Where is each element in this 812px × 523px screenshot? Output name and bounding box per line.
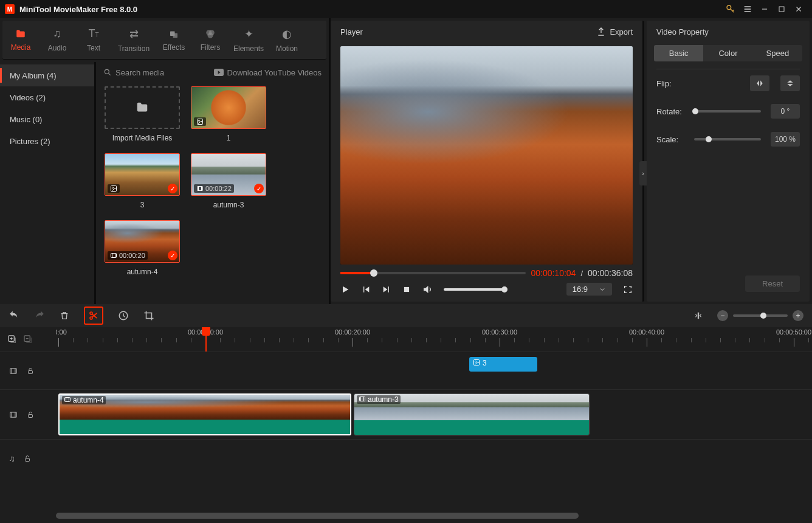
- scale-slider[interactable]: [694, 138, 761, 140]
- toolbar-audio[interactable]: ♫ Audio: [39, 21, 75, 59]
- media-item[interactable]: 00:00:22 ✓ autumn-3: [191, 153, 266, 209]
- delete-button[interactable]: [60, 310, 69, 321]
- svg-point-7: [105, 69, 109, 74]
- timeline-clip-image[interactable]: 3: [469, 357, 537, 372]
- speed-button[interactable]: [118, 310, 129, 321]
- export-label: Export: [610, 27, 633, 36]
- media-sidebar: My Album (4) Videos (2) Music (0) Pictur…: [0, 62, 96, 304]
- check-icon: ✓: [168, 184, 177, 193]
- scale-value[interactable]: 100 %: [771, 132, 800, 147]
- toolbar-filters[interactable]: Filters: [192, 21, 229, 59]
- export-icon: [596, 27, 606, 36]
- app-title: MiniTool MovieMaker Free 8.0.0: [19, 5, 137, 14]
- close-button[interactable]: [790, 1, 807, 18]
- maximize-button[interactable]: [773, 1, 790, 18]
- sidebar-item-pictures[interactable]: Pictures (2): [0, 130, 94, 152]
- rotate-slider[interactable]: [694, 110, 761, 113]
- svg-rect-28: [10, 412, 17, 417]
- undo-button[interactable]: [9, 310, 19, 321]
- media-item[interactable]: ✓ 3: [105, 153, 180, 209]
- lock-icon[interactable]: [27, 367, 34, 375]
- titlebar: M MiniTool MovieMaker Free 8.0.0: [0, 0, 812, 18]
- timeline-clip-video-2[interactable]: autumn-3: [354, 393, 590, 435]
- youtube-icon: [214, 69, 224, 76]
- collapse-properties-button[interactable]: ›: [639, 161, 647, 185]
- svg-rect-24: [10, 368, 17, 373]
- crop-button[interactable]: [143, 310, 154, 321]
- media-item-label: 1: [227, 134, 231, 142]
- media-item[interactable]: 1: [191, 86, 266, 142]
- import-media-button[interactable]: Import Media Files: [105, 86, 180, 142]
- timeline-clip-video-1[interactable]: autumn-4: [58, 393, 351, 435]
- aspect-value: 16:9: [573, 285, 588, 294]
- minimize-button[interactable]: [756, 1, 773, 18]
- stop-button[interactable]: [402, 285, 411, 294]
- play-button[interactable]: [340, 285, 350, 294]
- svg-rect-1: [779, 7, 784, 12]
- sidebar-item-myalbum[interactable]: My Album (4): [0, 64, 94, 86]
- player-title: Player: [340, 27, 363, 36]
- zoom-in-button[interactable]: +: [793, 310, 803, 321]
- toolbar-text[interactable]: TT Text: [75, 21, 112, 59]
- sidebar-item-videos[interactable]: Videos (2): [0, 86, 94, 108]
- zoom-slider[interactable]: [733, 314, 788, 317]
- properties-tabs: Basic Color Speed: [654, 45, 802, 61]
- zoom-out-button[interactable]: −: [717, 310, 728, 321]
- tab-speed[interactable]: Speed: [753, 45, 802, 61]
- menu-icon[interactable]: [739, 1, 756, 18]
- toolbar-label: Motion: [276, 44, 298, 53]
- time-current: 00:00:10:04: [531, 268, 576, 278]
- download-youtube-link[interactable]: Download YouTube Videos: [214, 68, 322, 77]
- toolbar-elements[interactable]: ✦ Elements: [229, 21, 269, 59]
- player-viewport[interactable]: [340, 46, 633, 265]
- volume-icon[interactable]: [422, 284, 433, 295]
- next-button[interactable]: [382, 285, 391, 294]
- search-input[interactable]: Search media: [103, 68, 214, 77]
- svg-rect-25: [29, 370, 33, 373]
- lock-icon[interactable]: [24, 454, 31, 463]
- folder-icon: [106, 88, 179, 128]
- export-button[interactable]: Export: [596, 27, 633, 36]
- sidebar-item-label: My Album (4): [10, 71, 57, 80]
- check-icon: ✓: [168, 251, 177, 260]
- tab-color[interactable]: Color: [703, 45, 752, 61]
- svg-rect-15: [404, 286, 409, 291]
- toolbar-label: Media: [11, 43, 31, 52]
- video-track-icon: [9, 410, 18, 419]
- snap-icon[interactable]: [694, 311, 703, 320]
- aspect-ratio-select[interactable]: 16:9: [566, 283, 612, 296]
- svg-rect-13: [198, 187, 203, 191]
- fullscreen-button[interactable]: [623, 285, 633, 294]
- toolbar-media[interactable]: Media: [2, 21, 39, 59]
- media-item[interactable]: 00:00:20 ✓ autumn-4: [105, 220, 180, 276]
- split-button[interactable]: [84, 307, 103, 325]
- folder-icon: [15, 29, 27, 40]
- svg-rect-30: [65, 398, 71, 402]
- sidebar-item-music[interactable]: Music (0): [0, 108, 94, 130]
- add-track-button[interactable]: [7, 334, 17, 344]
- reset-button[interactable]: Reset: [745, 275, 800, 292]
- toolbar-label: Filters: [201, 43, 221, 52]
- timeline-scrollbar[interactable]: [0, 511, 812, 521]
- toolbar-effects[interactable]: Effects: [156, 21, 192, 59]
- flip-vertical-button[interactable]: [780, 75, 800, 91]
- media-item-label: autumn-3: [213, 201, 244, 209]
- rotate-value[interactable]: 0 °: [771, 104, 800, 119]
- flip-horizontal-button[interactable]: [750, 75, 769, 91]
- check-icon: ✓: [254, 184, 264, 193]
- prev-button[interactable]: [361, 285, 371, 294]
- timeline-ruler[interactable]: 00:0000:00:10:0000:00:20:0000:00:30:0000…: [56, 327, 812, 352]
- remove-track-button[interactable]: [23, 334, 33, 344]
- lock-icon[interactable]: [27, 410, 34, 419]
- toolbar-motion[interactable]: ◐ Motion: [269, 21, 305, 59]
- rotate-label: Rotate:: [656, 107, 688, 116]
- tab-basic[interactable]: Basic: [654, 45, 703, 61]
- upgrade-key-icon[interactable]: [722, 1, 739, 18]
- volume-slider[interactable]: [444, 288, 504, 291]
- image-icon: [108, 184, 120, 193]
- redo-button[interactable]: [34, 310, 45, 321]
- clip-label: autumn-4: [73, 396, 104, 404]
- player-seekbar[interactable]: [340, 272, 526, 274]
- toolbar-transition[interactable]: ⇄ Transition: [112, 21, 156, 59]
- sidebar-item-label: Music (0): [10, 115, 42, 124]
